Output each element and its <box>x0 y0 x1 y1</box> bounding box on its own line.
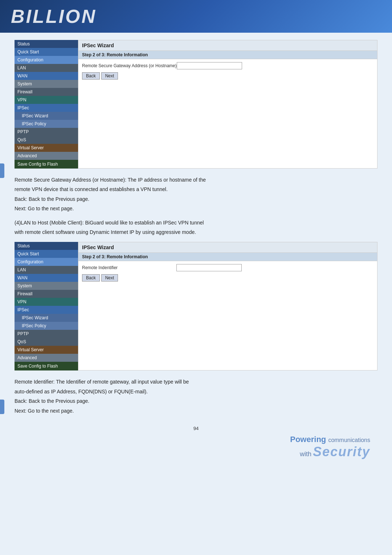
sidebar-item-wan-1[interactable]: WAN <box>15 72 78 80</box>
sidebar-item-virtualserver-1[interactable]: Virtual Server <box>15 144 78 152</box>
sidebar-item-quickstart-1[interactable]: Quick Start <box>15 48 78 56</box>
page-content: Status Quick Start Configuration LAN WAN… <box>0 33 392 478</box>
security-label: Security <box>313 444 370 459</box>
sidebar-item-ipsecwizard-2[interactable]: IPSec Wizard <box>15 314 78 322</box>
desc1-line1: Remote Secure Gateway Address (or Hostna… <box>15 176 377 184</box>
sidebar-item-status-2[interactable]: Status <box>15 242 78 250</box>
sidebar-item-saveconfig-1[interactable]: Save Config to Flash <box>15 160 78 169</box>
logo: BILLION <box>11 5 97 27</box>
communications-label: communications <box>328 437 370 443</box>
desc1-line3: Back: Back to the Previous page. <box>15 195 377 203</box>
wizard-buttons-2: Back Next <box>82 274 373 281</box>
next-button-1[interactable]: Next <box>101 72 118 80</box>
footer: 94 Powering communications with Security <box>15 426 377 463</box>
wizard-section-1: Status Quick Start Configuration LAN WAN… <box>15 40 377 169</box>
sidebar-item-ipsecwizard-1[interactable]: IPSec Wizard <box>15 112 78 120</box>
wizard-body-2: Remote Indentifier Back Next <box>78 261 377 284</box>
sidebar-item-pptp-1[interactable]: PPTP <box>15 128 78 136</box>
side-tab-2 <box>0 400 4 414</box>
powering-label: Powering <box>290 435 326 444</box>
sidebar-item-status-1[interactable]: Status <box>15 40 78 48</box>
sidebar-item-ipsecpolicy-1[interactable]: IPSec Policy <box>15 120 78 128</box>
sidebar-2: Status Quick Start Configuration LAN WAN… <box>15 242 78 370</box>
footer-brand: Powering communications with Security <box>15 435 377 463</box>
with-label: with <box>300 450 311 458</box>
wizard-panel-2: IPSec Wizard Step 2 of 3: Remote Informa… <box>78 242 377 370</box>
wizard-row-2: Remote Indentifier <box>82 264 373 271</box>
sidebar-item-wan-2[interactable]: WAN <box>15 274 78 282</box>
wizard-title-1: IPSec Wizard <box>78 40 377 51</box>
middle-text-block: (4)LAN to Host (Mobile Client): BiGuard … <box>15 219 377 236</box>
wizard-row-1: Remote Secure Gateway Address (or Hostna… <box>82 62 373 69</box>
sidebar-item-firewall-1[interactable]: Firewall <box>15 88 78 96</box>
side-tab-1 <box>0 163 4 178</box>
back-button-2[interactable]: Back <box>82 274 100 281</box>
sidebar-item-qos-1[interactable]: QoS <box>15 136 78 144</box>
sidebar-item-vpn-1[interactable]: VPN <box>15 96 78 104</box>
security-line: with Security <box>15 444 370 459</box>
desc1-line4: Next: Go to the next page. <box>15 204 377 212</box>
field-label-1: Remote Secure Gateway Address (or Hostna… <box>82 63 177 68</box>
desc2-line2: auto-defined as IP Address, FQDN(DNS) or… <box>15 388 377 396</box>
sidebar-item-configuration-2[interactable]: Configuration <box>15 258 78 266</box>
next-button-2[interactable]: Next <box>101 274 118 281</box>
back-button-1[interactable]: Back <box>82 72 100 80</box>
powering-text: Powering communications <box>15 435 370 444</box>
description-block-2: Remote Identifier: The Identifier of rem… <box>15 378 377 415</box>
sidebar-item-system-2[interactable]: System <box>15 282 78 290</box>
wizard-body-1: Remote Secure Gateway Address (or Hostna… <box>78 59 377 82</box>
page-number: 94 <box>15 426 377 431</box>
sidebar-item-configuration-1[interactable]: Configuration <box>15 56 78 64</box>
sidebar-item-qos-2[interactable]: QoS <box>15 338 78 346</box>
middle-line1: (4)LAN to Host (Mobile Client): BiGuard … <box>15 219 377 227</box>
sidebar-item-virtualserver-2[interactable]: Virtual Server <box>15 346 78 354</box>
sidebar-item-ipsecpolicy-2[interactable]: IPSec Policy <box>15 322 78 330</box>
sidebar-item-system-1[interactable]: System <box>15 80 78 88</box>
wizard-section-2: Status Quick Start Configuration LAN WAN… <box>15 242 377 370</box>
wizard-panel-1: IPSec Wizard Step 2 of 3: Remote Informa… <box>78 40 377 169</box>
sidebar-item-advanced-1[interactable]: Advanced <box>15 152 78 160</box>
desc2-line1: Remote Identifier: The Identifier of rem… <box>15 378 377 386</box>
desc2-line4: Next: Go to the next page. <box>15 407 377 415</box>
sidebar-item-ipsec-1[interactable]: IPSec <box>15 104 78 112</box>
desc1-line2: remote VPN device that is connected and … <box>15 185 377 193</box>
sidebar-item-saveconfig-2[interactable]: Save Config to Flash <box>15 362 78 370</box>
wizard-subtitle-2: Step 2 of 3: Remote Information <box>78 253 377 261</box>
remote-identifier-input[interactable] <box>176 264 242 271</box>
wizard-title-2: IPSec Wizard <box>78 242 377 253</box>
sidebar-item-lan-2[interactable]: LAN <box>15 266 78 274</box>
wizard-subtitle-1: Step 2 of 3: Remote Information <box>78 51 377 59</box>
sidebar-item-advanced-2[interactable]: Advanced <box>15 354 78 362</box>
sidebar-item-vpn-2[interactable]: VPN <box>15 298 78 306</box>
desc2-line3: Back: Back to the Previous page. <box>15 397 377 405</box>
field-label-2: Remote Indentifier <box>82 265 176 270</box>
sidebar-item-firewall-2[interactable]: Firewall <box>15 290 78 298</box>
remote-gateway-input[interactable] <box>177 62 242 69</box>
sidebar-item-quickstart-2[interactable]: Quick Start <box>15 250 78 258</box>
sidebar-item-pptp-2[interactable]: PPTP <box>15 330 78 338</box>
header: BILLION <box>0 0 392 33</box>
description-block-1: Remote Secure Gateway Address (or Hostna… <box>15 176 377 213</box>
sidebar-item-ipsec-2[interactable]: IPSec <box>15 306 78 314</box>
middle-line2: with remote client software using Dynami… <box>15 228 377 236</box>
wizard-buttons-1: Back Next <box>82 72 373 80</box>
sidebar-item-lan-1[interactable]: LAN <box>15 64 78 72</box>
sidebar-1: Status Quick Start Configuration LAN WAN… <box>15 40 78 169</box>
